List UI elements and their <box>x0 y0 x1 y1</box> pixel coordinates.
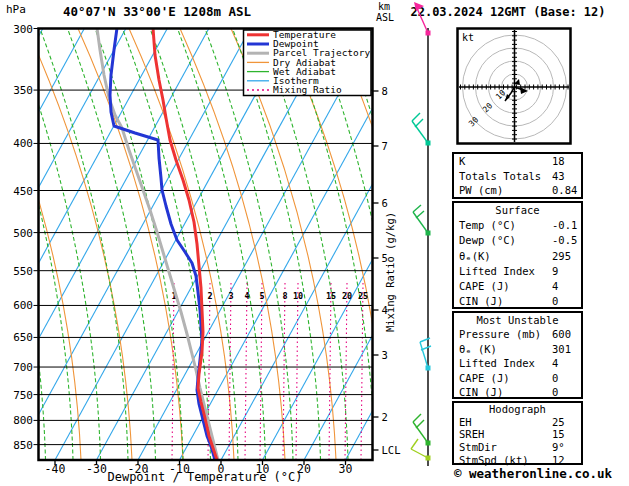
station-title: 40°07'N 33°00'E 1208m ASL <box>63 4 252 19</box>
index-row: Lifted Index9 <box>454 264 581 279</box>
index-label: CAPE (J) <box>459 371 552 385</box>
index-label: Lifted Index <box>459 264 552 279</box>
pressure-tick-label: 350 <box>13 84 33 97</box>
km-tick-label: 2 <box>382 411 388 423</box>
index-value: 0.84 <box>552 183 577 198</box>
datetime-title: 22.03.2024 12GMT (Base: 12) <box>410 5 605 19</box>
altitude-unit-km: km <box>378 1 390 12</box>
indices-section-surface: SurfaceTemp (°C)-0.1Dewp (°C)-0.5θₑ(K)29… <box>452 201 583 309</box>
mixing-ratio-label: 8 <box>282 291 287 301</box>
index-label: Lifted Index <box>459 356 552 370</box>
mixing-ratio-label: 2 <box>207 291 212 301</box>
index-label: Dewp (°C) <box>459 233 552 248</box>
x-axis-title: Dewpoint / Temperature (°C) <box>107 470 302 484</box>
temp-tick-label: 30 <box>339 462 353 476</box>
index-value: -0.1 <box>552 218 577 233</box>
index-value: 25 <box>552 416 565 429</box>
index-row: PW (cm)0.84 <box>454 183 581 198</box>
index-label: CAPE (J) <box>459 279 552 294</box>
temp-tick-label: -30 <box>86 462 107 476</box>
index-value: 15 <box>552 428 565 441</box>
wind-barb-column <box>411 2 431 466</box>
pressure-tick-label: 700 <box>13 361 33 374</box>
hodograph-ring-label: 20 <box>481 101 494 114</box>
temperature-axis: -40-30-20-100102030Dewpoint / Temperatur… <box>45 460 353 484</box>
header-texts: hPa40°07'N 33°00'E 1208m ASLkmASL22.03.2… <box>6 1 606 23</box>
index-label: Pressure (mb) <box>459 327 552 341</box>
index-row: K18 <box>454 154 581 169</box>
index-label: StmSpd (kt) <box>459 454 552 467</box>
index-label: StmDir <box>459 441 552 454</box>
pressure-tick-label: 400 <box>13 137 33 150</box>
index-row: Lifted Index4 <box>454 356 581 370</box>
pressure-tick-label: 550 <box>13 265 33 278</box>
indices-section-title: Surface <box>454 203 581 218</box>
km-tick-label: 6 <box>382 197 388 209</box>
index-value: 43 <box>552 169 565 184</box>
lcl-label: LCL <box>382 444 401 456</box>
index-value: 4 <box>552 356 558 370</box>
pressure-tick-label: 450 <box>13 185 33 198</box>
index-label: K <box>459 154 552 169</box>
index-row: CAPE (J)4 <box>454 279 581 294</box>
km-tick-label: 3 <box>382 349 388 361</box>
pressure-tick-label: 750 <box>13 389 33 402</box>
km-tick-label: 8 <box>382 85 388 97</box>
indices-section-most-unstable: Most UnstablePressure (mb)600θₑ (K)301Li… <box>452 311 583 399</box>
altitude-unit-asl: ASL <box>376 12 394 23</box>
mixing-ratio-axis-title: Mixing Ratio (g/kg) <box>384 212 396 332</box>
index-value: 295 <box>552 249 571 264</box>
index-row: Totals Totals43 <box>454 169 581 184</box>
index-label: θₑ(K) <box>459 249 552 264</box>
pressure-tick-label: 650 <box>13 331 33 344</box>
mixing-ratio-label: 3 <box>228 291 233 301</box>
pressure-tick-label: 300 <box>13 23 33 36</box>
mixing-ratio-label: 4 <box>244 291 249 301</box>
pressure-tick-label: 600 <box>13 299 33 312</box>
mixing-ratio-label: 5 <box>259 291 264 301</box>
index-label: Temp (°C) <box>459 218 552 233</box>
index-row: CIN (J)0 <box>454 385 581 399</box>
index-row: CAPE (J)0 <box>454 371 581 385</box>
indices-section-title: Most Unstable <box>454 313 581 327</box>
mixing-ratio-label: 10 <box>293 291 303 301</box>
pressure-tick-label: 800 <box>13 414 33 427</box>
index-label: CIN (J) <box>459 294 552 309</box>
indices-section: K18Totals Totals43PW (cm)0.84 <box>452 152 583 199</box>
index-label: PW (cm) <box>459 183 552 198</box>
indices-section-title: Hodograph <box>454 403 581 416</box>
pressure-tick-label: 850 <box>13 439 33 452</box>
index-row: θₑ(K)295 <box>454 249 581 264</box>
index-value: 0 <box>552 294 558 309</box>
hodograph: 102030kt <box>458 29 571 144</box>
index-row: Pressure (mb)600 <box>454 327 581 341</box>
legend: TemperatureDewpointParcel TrajectoryDry … <box>244 29 372 96</box>
index-value: 600 <box>552 327 571 341</box>
index-row: Temp (°C)-0.1 <box>454 218 581 233</box>
index-value: -0.5 <box>552 233 577 248</box>
hodograph-unit-label: kt <box>462 32 474 43</box>
altitude-axis: 8765432LCLMixing Ratio (g/kg) <box>373 85 401 456</box>
pressure-unit-label: hPa <box>6 3 26 16</box>
mixing-ratio-label: 15 <box>326 291 336 301</box>
mixing-ratio-label: 20 <box>342 291 352 301</box>
legend-label: Mixing Ratio <box>273 84 342 95</box>
index-label: EH <box>459 416 552 429</box>
copyright-text: © weatheronline.co.uk <box>440 466 626 481</box>
sounding-page: 300350400450500550600650700750800850-40-… <box>0 0 629 486</box>
mixing-ratio-label: 25 <box>358 291 368 301</box>
index-row: CIN (J)0 <box>454 294 581 309</box>
km-tick-label: 7 <box>382 140 388 152</box>
index-value: 4 <box>552 279 558 294</box>
temp-tick-label: -40 <box>45 462 66 476</box>
index-row: SREH15 <box>454 428 581 441</box>
pressure-tick-label: 500 <box>13 227 33 240</box>
index-label: Totals Totals <box>459 169 552 184</box>
hodograph-ring-label: 30 <box>467 115 480 128</box>
index-value: 9 <box>552 264 558 279</box>
index-value: 9° <box>552 441 565 454</box>
index-label: CIN (J) <box>459 385 552 399</box>
index-row: StmDir9° <box>454 441 581 454</box>
index-label: θₑ (K) <box>459 342 552 356</box>
index-row: EH25 <box>454 416 581 429</box>
